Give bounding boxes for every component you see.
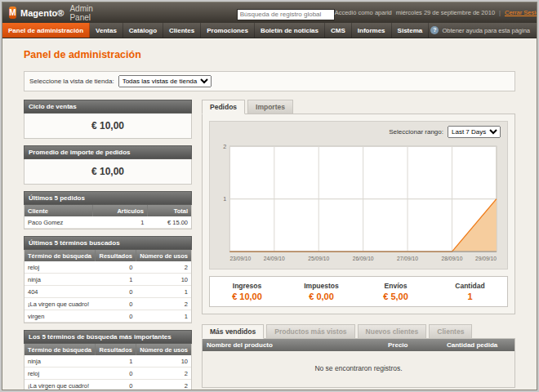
tab-productos-m-s-vistos[interactable]: Productos más vistos (266, 324, 354, 339)
total-value: 1 (434, 292, 506, 301)
orders-chart: 1223/09/1024/09/1025/09/1026/09/1027/09/… (216, 141, 501, 267)
column-header: Nombre del producto (203, 339, 384, 351)
column-header: Resultados (96, 250, 136, 261)
range-label: Seleccionar rango: (389, 128, 443, 136)
main-nav: Panel de administraciónVentasCatálogoCli… (2, 23, 537, 38)
store-view-bar: Seleccione la vista de tienda: Todas las… (24, 71, 515, 91)
nav-item-bolet-n-de-noticias[interactable]: Boletín de noticias (255, 23, 325, 38)
nav-item-promociones[interactable]: Promociones (201, 23, 255, 38)
products-panel: Nombre del productoPrecioCantidad pedida… (202, 338, 515, 388)
range-selector: Seleccionar rango: Last 7 Days (216, 126, 501, 138)
table-row: Paco Gomez1€ 15.00 (24, 216, 191, 229)
y-axis-label: 2 (223, 144, 226, 150)
table-row: 40401 (24, 286, 191, 298)
tab-clientes[interactable]: Clientes (429, 324, 472, 339)
nav-item-cat-logo[interactable]: Catálogo (123, 23, 163, 38)
header-row: ClienteArtículosTotal (24, 205, 191, 216)
store-view-label: Seleccione la vista de tienda: (29, 78, 114, 85)
magento-logo[interactable]: M Magento® Admin Panel (9, 4, 98, 22)
logout-link[interactable]: Cerrar Sesión (505, 9, 537, 16)
header-row: Término de búsquedaResultadosNúmero de u… (24, 250, 191, 261)
last-search-terms-table: Término de búsquedaResultadosNúmero de u… (24, 250, 191, 323)
magento-admin-window: M Magento® Admin Panel Accedió como apar… (2, 2, 537, 390)
table-row: ¡La virgen que cuadro!02 (24, 298, 191, 310)
total-value: € 5,00 (360, 292, 431, 301)
y-axis-label: 1 (223, 196, 226, 203)
average-orders-widget: Promedio de importe de pedidos € 10,00 (24, 145, 192, 185)
dashboard: Ciclo de ventas € 10,00 Promedio de impo… (24, 100, 515, 390)
total-cantidad: Cantidad1 (433, 277, 507, 306)
page-title: Panel de administración (24, 49, 515, 60)
main-nav-list: Panel de administraciónVentasCatálogoCli… (2, 23, 429, 38)
column-header: Resultados (96, 344, 136, 355)
total-label: Impuestos (286, 282, 357, 290)
total-label: Cantidad (434, 282, 506, 290)
total-label: Envíos (360, 282, 431, 290)
products-header-row: Nombre del productoPrecioCantidad pedida (203, 339, 514, 351)
logo-subtext: Admin Panel (69, 4, 97, 22)
nav-item-cms[interactable]: CMS (325, 23, 352, 38)
x-axis-label: 27/09/10 (397, 256, 418, 261)
page-help-link[interactable]: ? Obtener ayuda para esta página (430, 23, 537, 38)
magento-logo-icon: M (9, 7, 16, 19)
lifetime-sales-value: € 10,00 (24, 114, 192, 139)
top-search-terms-widget: Los 5 términos de búsqueda más important… (24, 330, 192, 390)
dashboard-left-column: Ciclo de ventas € 10,00 Promedio de impo… (24, 100, 192, 390)
tab-importes[interactable]: Importes (247, 100, 293, 114)
header-meta: Accedió como aparid miércoles 29 de sept… (335, 9, 537, 16)
column-header: Precio (384, 339, 443, 351)
column-header: Término de búsqueda (24, 250, 96, 261)
total-impuestos: Impuestos€ 0,00 (284, 277, 359, 306)
global-search-input[interactable] (237, 9, 335, 20)
widget-title: Últimos 5 pedidos (24, 191, 192, 205)
lifetime-sales-widget: Ciclo de ventas € 10,00 (24, 100, 192, 139)
x-axis-label: 25/09/10 (308, 256, 329, 261)
nav-item-informes[interactable]: Informes (352, 23, 392, 38)
table-row: reloj02 (24, 368, 191, 380)
total-value: € 0,00 (286, 292, 357, 301)
widget-title: Últimos 5 términos buscados (24, 236, 192, 250)
help-label: Obtener ayuda para esta página (442, 27, 530, 34)
content-area: Panel de administración Seleccione la vi… (2, 38, 537, 390)
column-header: Artículos (92, 205, 147, 216)
x-axis-label: 23/09/10 (229, 256, 251, 261)
total-ingresos: Ingresos€ 10,00 (210, 277, 284, 306)
separator: | (499, 9, 501, 16)
table-row: ninja110 (24, 274, 191, 286)
header-row: Término de búsquedaResultadosNúmero de u… (24, 344, 191, 355)
column-header: Cliente (24, 205, 92, 216)
logged-in-as: Accedió como aparid (335, 9, 392, 16)
widget-title: Los 5 términos de búsqueda más important… (24, 330, 192, 344)
table-row: ¡La virgen que cuadro!02 (24, 380, 191, 390)
nav-item-clientes[interactable]: Clientes (163, 23, 201, 38)
chart-tabs: PedidosImportes (202, 100, 515, 114)
nav-item-ventas[interactable]: Ventas (90, 23, 123, 38)
tab-m-s-vendidos[interactable]: Más vendidos (202, 324, 264, 339)
dashboard-right-column: PedidosImportes Seleccionar rango: Last … (202, 100, 515, 388)
nav-item-panel-de-administraci-n[interactable]: Panel de administración (2, 23, 90, 38)
orders-tab-panel: Seleccionar rango: Last 7 Days 1223/09/1… (202, 114, 515, 314)
table-row: virgen01 (24, 310, 191, 323)
column-header: Total (147, 205, 191, 216)
last-orders-widget: Últimos 5 pedidos ClienteArtículosTotalP… (24, 191, 192, 229)
tab-nuevos-clientes[interactable]: Nuevos clientes (358, 324, 427, 339)
table-row: reloj02 (24, 261, 191, 274)
tab-pedidos[interactable]: Pedidos (202, 100, 245, 114)
total-label: Ingresos (212, 282, 283, 290)
help-icon: ? (430, 26, 439, 34)
last-orders-table: ClienteArtículosTotalPaco Gomez1€ 15.00 (24, 205, 191, 229)
nav-item-sistema[interactable]: Sistema (392, 23, 430, 38)
totals-bar: Ingresos€ 10,00Impuestos€ 0,00Envíos€ 5,… (209, 276, 508, 307)
average-orders-value: € 10,00 (24, 159, 192, 185)
bottom-tabs: Más vendidosProductos más vistosNuevos c… (202, 324, 515, 338)
global-search (237, 5, 335, 20)
store-view-select[interactable]: Todas las vistas de tienda (118, 75, 212, 87)
widget-title: Ciclo de ventas (24, 100, 192, 114)
empty-message: No se encontraron registros. (203, 351, 514, 387)
current-date: miércoles 29 de septiembre de 2010 (396, 9, 495, 16)
range-select[interactable]: Last 7 Days (448, 126, 501, 138)
products-table: Nombre del productoPrecioCantidad pedida (203, 339, 514, 351)
total-value: € 10,00 (212, 292, 283, 301)
x-axis-label: 24/09/10 (264, 256, 285, 261)
x-axis-label: 26/09/10 (353, 256, 374, 261)
